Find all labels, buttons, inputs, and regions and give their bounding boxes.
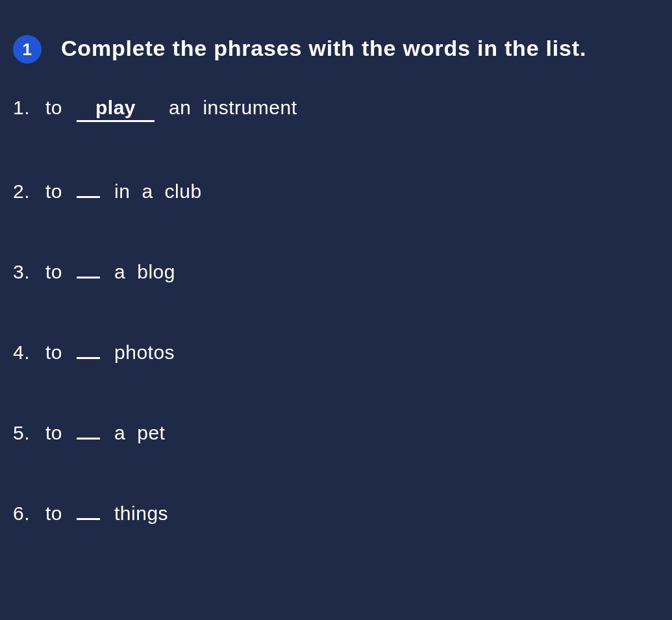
item-word: to: [45, 180, 62, 203]
exercise-item: 2.toinaclub: [13, 180, 659, 203]
item-number: 2.: [13, 180, 45, 203]
item-number: 5.: [13, 422, 45, 444]
item-word: an: [169, 97, 191, 119]
item-word: to: [45, 422, 62, 444]
exercise-item: 3.toablog: [13, 261, 659, 283]
fill-blank[interactable]: [77, 517, 100, 520]
item-word: pet: [137, 422, 165, 444]
item-number: 1.: [13, 97, 45, 119]
item-number: 3.: [13, 261, 45, 283]
fill-blank[interactable]: [77, 356, 100, 359]
item-word: blog: [137, 261, 175, 283]
exercise-number: 1: [23, 40, 32, 60]
item-number: 6.: [13, 502, 45, 525]
exercise-item: 6.tothings: [13, 502, 659, 525]
item-words: toapet: [45, 422, 165, 444]
item-words: toinaclub: [45, 180, 202, 203]
exercise-item: 5.toapet: [13, 422, 659, 444]
item-word: a: [114, 261, 125, 283]
item-words: toablog: [45, 261, 175, 283]
item-words: tothings: [45, 502, 168, 525]
exercise-instruction: Complete the phrases with the words in t…: [61, 32, 586, 64]
item-number: 4.: [13, 341, 45, 364]
item-word: to: [45, 261, 62, 283]
item-word: in: [114, 180, 130, 203]
exercise-number-badge: 1: [13, 35, 42, 64]
item-word: a: [142, 180, 153, 203]
item-words: tophotos: [45, 341, 175, 364]
item-word: a: [114, 422, 125, 444]
item-word: instrument: [203, 97, 297, 119]
item-word: to: [45, 502, 62, 525]
fill-blank[interactable]: [77, 195, 100, 198]
fill-blank[interactable]: [77, 436, 100, 440]
exercise-item: 4.tophotos: [13, 341, 659, 364]
item-word: to: [45, 97, 62, 119]
fill-blank[interactable]: play: [77, 97, 155, 122]
fill-blank[interactable]: [77, 275, 100, 279]
item-word: photos: [114, 341, 175, 364]
item-words: toplayaninstrument: [45, 97, 297, 122]
item-word: club: [165, 180, 202, 203]
exercise-header: 1 Complete the phrases with the words in…: [13, 32, 659, 64]
item-word: things: [114, 502, 168, 525]
exercise-item: 1.toplayaninstrument: [13, 97, 659, 122]
items-list: 1.toplayaninstrument2.toinaclub3.toablog…: [13, 97, 659, 525]
item-word: to: [45, 341, 62, 364]
